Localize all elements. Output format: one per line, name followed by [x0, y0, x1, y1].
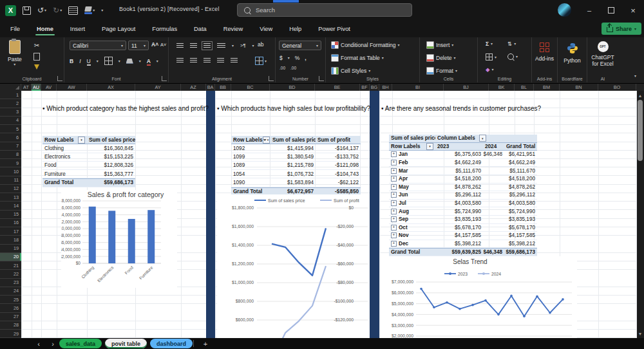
row-header-26[interactable]: 26: [0, 304, 21, 312]
column-header-AZ[interactable]: AZ: [181, 84, 206, 91]
autosum-button[interactable]: Σ ▾: [486, 41, 493, 47]
font-color-button[interactable]: A: [147, 58, 151, 64]
expand-button[interactable]: +: [391, 168, 397, 174]
row-header-12[interactable]: 12: [0, 185, 21, 193]
row-header-9[interactable]: 9: [0, 159, 21, 167]
row-header-1[interactable]: 1: [0, 91, 21, 99]
pivot-cell[interactable]: [483, 175, 504, 184]
column-header-AT[interactable]: AT: [21, 84, 32, 91]
pivot-cell[interactable]: [483, 167, 504, 175]
undo-button[interactable]: ↺▾: [37, 6, 46, 15]
search-box[interactable]: Search: [237, 3, 412, 17]
pivot-cell[interactable]: $5,724,990: [435, 207, 483, 216]
pivot-cell[interactable]: -$121,098: [316, 162, 361, 170]
sheet-tab-povit-table[interactable]: povit table: [105, 339, 147, 348]
pivot-cell[interactable]: +Nov: [389, 232, 435, 240]
pivot-cell[interactable]: $4,003,580: [435, 200, 483, 208]
vertical-scroll-thumb[interactable]: [638, 100, 643, 161]
new-sheet-button[interactable]: +: [200, 338, 211, 349]
pivot-cell[interactable]: [483, 240, 504, 249]
line-chart-sales-vs-profit[interactable]: Sum of sales priceSum of profit$1,800,00…: [217, 194, 370, 338]
shrink-font-button[interactable]: A˅: [160, 42, 166, 48]
row-header-2[interactable]: 2: [0, 99, 21, 108]
filter-button[interactable]: ▾: [78, 137, 85, 144]
align-top-button[interactable]: [176, 43, 184, 48]
pivot-cell[interactable]: +Sep: [389, 216, 435, 224]
align-center-button[interactable]: [190, 58, 197, 63]
format-painter-button[interactable]: [34, 64, 39, 70]
align-right-button[interactable]: [204, 58, 211, 63]
pivot-cell[interactable]: +Aug: [389, 207, 435, 216]
row-header-24[interactable]: 24: [0, 287, 21, 296]
pivot-column-header[interactable]: Sum of profit: [316, 136, 361, 144]
number-dialog-launcher[interactable]: [319, 76, 324, 81]
pivot-cell[interactable]: $4,662,249: [504, 159, 537, 167]
pivot-cell[interactable]: $4,157,585: [435, 232, 483, 240]
filter-button[interactable]: ▾: [263, 137, 270, 144]
fill-button[interactable]: ▾: [486, 53, 497, 61]
bold-button[interactable]: B: [70, 58, 73, 64]
highlight-column-BA[interactable]: [206, 91, 215, 338]
redo-button[interactable]: ↻▾: [53, 6, 62, 15]
expand-button[interactable]: +: [391, 216, 397, 222]
pivot-cell[interactable]: +Jun: [389, 191, 435, 200]
python-button[interactable]: Python: [558, 42, 587, 64]
pivot-cell[interactable]: +May: [389, 184, 435, 192]
pivot-cell[interactable]: $6,375,603: [435, 151, 483, 159]
collapse-ribbon-chevron[interactable]: ▾: [634, 74, 636, 78]
pivot-cell[interactable]: $15,363,777: [87, 170, 135, 178]
decrease-indent-button[interactable]: [217, 58, 224, 63]
highlight-column-BG[interactable]: [370, 91, 379, 338]
column-header-BO[interactable]: BO: [598, 84, 636, 91]
pivot-cell[interactable]: 1090: [231, 178, 270, 187]
column-header-BM[interactable]: BM: [534, 84, 560, 91]
column-header-BA[interactable]: BA: [206, 84, 215, 91]
pivot-cell[interactable]: $4,003,580: [504, 200, 537, 208]
pivot-cell[interactable]: $5,724,990: [504, 207, 537, 216]
pivot-cell[interactable]: $3,835,193: [504, 216, 537, 224]
pivot-cell[interactable]: $1,583,894: [270, 178, 316, 187]
column-header-AY[interactable]: AY: [135, 84, 181, 91]
row-header-22[interactable]: 22: [0, 270, 21, 278]
increase-decimal-button[interactable]: .00: [279, 66, 285, 70]
line-chart-sales-trend[interactable]: Selas Trend20232024$7,000,000$6,000,000$…: [380, 256, 577, 338]
clipboard-dialog-launcher[interactable]: [57, 76, 62, 81]
pivot-cell[interactable]: $59,639,825: [435, 248, 483, 256]
column-header-BN[interactable]: BN: [560, 84, 598, 91]
align-left-button[interactable]: [176, 58, 184, 63]
pivot-cell[interactable]: $1,415,994: [270, 144, 316, 153]
menu-tab-page-layout[interactable]: Page Layout: [100, 23, 137, 35]
pivot-cell[interactable]: Grand Total: [389, 248, 435, 256]
row-header-17[interactable]: 17: [0, 227, 21, 236]
pivot-cell[interactable]: $1,380,549: [270, 153, 316, 162]
row-header-21[interactable]: 21: [0, 261, 21, 270]
column-header-AX[interactable]: AX: [87, 84, 135, 91]
expand-button[interactable]: +: [391, 225, 397, 231]
pivot-cell[interactable]: $16,360,845: [87, 144, 135, 153]
row-header-3[interactable]: 3: [0, 108, 21, 117]
paste-button[interactable]: Paste ▾: [8, 40, 22, 66]
column-header-BD[interactable]: BD: [270, 84, 315, 91]
menu-tab-formulas[interactable]: Formulas: [151, 23, 178, 35]
clear-button[interactable]: ◆ ▾: [486, 66, 494, 73]
column-header-AU[interactable]: AU: [32, 84, 41, 91]
fill-color-button[interactable]: [126, 59, 133, 64]
pivot-cell[interactable]: 1054: [231, 170, 270, 178]
decrease-decimal-button[interactable]: .00: [290, 66, 296, 70]
pivot-cell[interactable]: 1099: [231, 153, 270, 162]
column-header-BJ[interactable]: BJ: [444, 84, 489, 91]
row-header-23[interactable]: 23: [0, 279, 21, 287]
pivot-cell[interactable]: -$133,752: [316, 153, 361, 162]
column-header-BL[interactable]: BL: [515, 84, 534, 91]
pivot-cell[interactable]: [483, 232, 504, 240]
orientation-button[interactable]: ˃¶: [240, 42, 245, 48]
row-header-27[interactable]: 27: [0, 313, 21, 321]
borders-button[interactable]: [104, 57, 113, 65]
pivot-cell[interactable]: $3,835,193: [435, 216, 483, 224]
grow-font-button[interactable]: A˄: [151, 41, 158, 48]
pivot-cell[interactable]: $4,878,262: [504, 184, 537, 192]
column-header-BI[interactable]: BI: [392, 84, 444, 91]
close-button[interactable]: ×: [622, 0, 644, 21]
pivot-cell[interactable]: +Jul: [389, 200, 435, 208]
row-header-14[interactable]: 14: [0, 202, 21, 210]
